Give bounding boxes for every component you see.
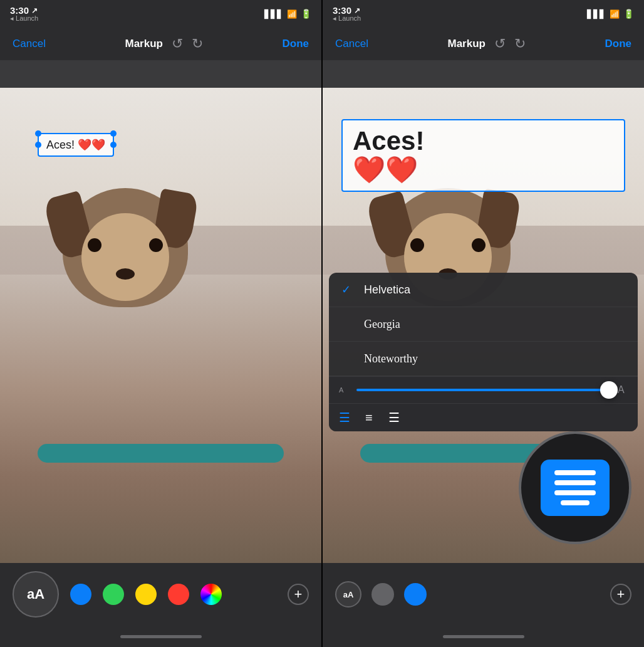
left-phone-panel: 3:30 ↗ ◂ Launch ▋▋▋ 📶 🔋 Cancel Markup ↺ … — [0, 0, 321, 647]
right-phone-panel: 3:30 ↗ ◂ Launch ▋▋▋ 📶 🔋 Cancel Markup ↺ … — [323, 0, 644, 647]
left-status-bar: 3:30 ↗ ◂ Launch ▋▋▋ 📶 🔋 — [0, 0, 321, 28]
color-yellow[interactable] — [135, 584, 157, 605]
right-undo-button[interactable]: ↺ — [494, 36, 506, 52]
format-line-3 — [554, 490, 596, 495]
right-title-area: Markup ↺ ↻ — [447, 36, 525, 52]
alignment-row: ☰ ≡ ☰ — [329, 403, 638, 431]
left-text-annotation[interactable]: Aces! ❤️❤️ — [38, 133, 114, 157]
left-cancel-button[interactable]: Cancel — [13, 38, 46, 50]
dog-collar — [38, 444, 284, 463]
right-image-area: Aces! ❤️❤️ ✓ Helvetica ✓ Georgia ✓ Notew… — [323, 88, 644, 563]
size-slider[interactable] — [356, 389, 610, 391]
right-status-icons: ▋▋▋ 📶 🔋 — [587, 9, 634, 19]
format-line-2 — [554, 480, 596, 485]
right-status-bar: 3:30 ↗ ◂ Launch ▋▋▋ 📶 🔋 — [323, 0, 644, 28]
left-dark-bar — [0, 60, 321, 88]
wifi-icon: 📶 — [287, 9, 297, 19]
right-redo-button[interactable]: ↻ — [514, 36, 526, 52]
text-format-overlay — [519, 431, 631, 544]
align-left-button[interactable]: ☰ — [339, 410, 350, 425]
right-cancel-button[interactable]: Cancel — [335, 38, 368, 50]
font-georgia-label: Georgia — [364, 318, 625, 331]
left-done-button[interactable]: Done — [282, 38, 309, 50]
nav-back-label: Launch — [16, 14, 38, 22]
left-nav-back[interactable]: ◂ Launch — [10, 14, 38, 23]
right-add-btn-label: + — [617, 586, 625, 602]
right-location-icon: ↗ — [354, 6, 360, 15]
right-text-annotation[interactable]: Aces! ❤️❤️ — [341, 119, 625, 192]
left-redo-button[interactable]: ↻ — [192, 36, 203, 52]
left-home-indicator — [0, 626, 321, 647]
battery-icon: 🔋 — [301, 9, 311, 19]
font-option-helvetica[interactable]: ✓ Helvetica — [329, 273, 638, 307]
right-toolbar: Cancel Markup ↺ ↻ Done — [323, 28, 644, 60]
left-undo-button[interactable]: ↺ — [172, 36, 183, 52]
right-bottom-toolbar: aA + — [323, 563, 644, 626]
color-blue[interactable] — [70, 584, 91, 605]
right-signal-icon: ▋▋▋ — [587, 9, 606, 19]
font-option-georgia[interactable]: ✓ Georgia — [329, 307, 638, 342]
right-dark-bar — [323, 60, 644, 88]
slider-thumb[interactable] — [600, 381, 618, 399]
right-markup-title: Markup — [447, 38, 485, 50]
handle-mr[interactable] — [110, 142, 117, 148]
align-center-button[interactable]: ≡ — [365, 411, 373, 425]
color-green[interactable] — [103, 584, 124, 605]
size-label-small: A — [339, 386, 349, 394]
font-option-noteworthy[interactable]: ✓ Noteworthy — [329, 342, 638, 376]
right-nav-back[interactable]: ◂ Launch — [333, 14, 361, 23]
format-line-1 — [554, 470, 596, 475]
left-home-bar — [120, 635, 202, 638]
size-label-large: A — [618, 384, 628, 396]
right-color-gray[interactable] — [371, 583, 394, 606]
right-annotation-line2: ❤️❤️ — [353, 155, 418, 184]
handle-tr[interactable] — [110, 130, 117, 137]
left-bottom-toolbar: aA + — [0, 563, 321, 626]
left-font-button[interactable]: aA — [13, 571, 59, 618]
handle-tl[interactable] — [35, 130, 41, 137]
right-add-button[interactable]: + — [610, 584, 631, 605]
left-add-button[interactable]: + — [288, 584, 309, 605]
checkmark-icon: ✓ — [341, 283, 354, 297]
handle-ml[interactable] — [35, 142, 41, 148]
font-helvetica-label: Helvetica — [364, 283, 625, 297]
align-right-button[interactable]: ☰ — [388, 410, 400, 425]
left-dog-background: Aces! ❤️❤️ — [0, 88, 321, 563]
location-icon: ↗ — [31, 6, 38, 15]
right-home-bar — [443, 635, 524, 638]
font-noteworthy-label: Noteworthy — [364, 352, 625, 366]
left-status-icons: ▋▋▋ 📶 🔋 — [264, 9, 311, 19]
color-red[interactable] — [168, 584, 189, 605]
right-nav-back-label: Launch — [338, 14, 361, 22]
signal-icon: ▋▋▋ — [264, 9, 283, 19]
font-dropdown: ✓ Helvetica ✓ Georgia ✓ Noteworthy A A — [329, 273, 638, 431]
annotation-text: Aces! ❤️❤️ — [46, 138, 105, 152]
right-done-button[interactable]: Done — [605, 38, 631, 50]
color-rainbow[interactable] — [200, 584, 222, 605]
right-wifi-icon: 📶 — [610, 9, 620, 19]
left-title-area: Markup ↺ ↻ — [125, 36, 202, 52]
add-btn-label: + — [294, 587, 303, 601]
left-toolbar: Cancel Markup ↺ ↻ Done — [0, 28, 321, 60]
font-btn-label: aA — [27, 586, 44, 602]
right-battery-icon: 🔋 — [623, 9, 634, 19]
left-image-area: Aces! ❤️❤️ — [0, 88, 321, 563]
size-slider-row: A A — [329, 376, 638, 403]
right-annotation-line1: Aces! — [353, 127, 424, 155]
right-color-blue[interactable] — [404, 583, 427, 606]
format-line-4 — [561, 500, 589, 505]
right-font-btn-label: aA — [343, 590, 354, 599]
right-home-indicator — [323, 626, 644, 647]
text-format-icon — [541, 460, 610, 516]
left-markup-title: Markup — [125, 38, 162, 50]
dog-head-area — [50, 176, 200, 326]
right-font-button[interactable]: aA — [335, 581, 361, 608]
